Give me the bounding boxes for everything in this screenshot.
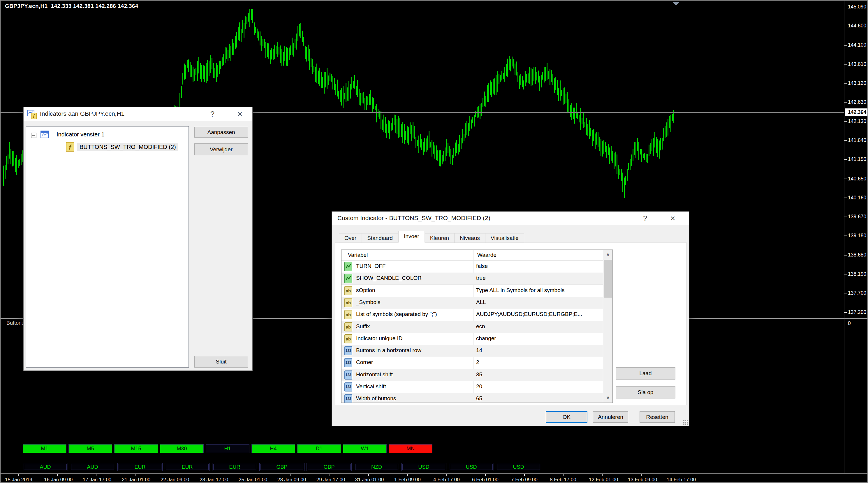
tab-visualisatie[interactable]: Visualisatie: [486, 233, 524, 243]
scroll-thumb[interactable]: [604, 260, 612, 298]
timeframe-button-mn[interactable]: MN: [389, 444, 432, 453]
tab-over[interactable]: Over: [339, 233, 362, 243]
indicators-tree-list[interactable]: Indicator venster 1 ƒ BUTTONS_SW_TRO_MOD…: [26, 126, 189, 368]
currency-button-eur-4[interactable]: EUR: [212, 463, 257, 471]
tab-invoer[interactable]: Invoer: [398, 231, 425, 243]
param-type-icon-str: ab: [344, 286, 352, 295]
timeframe-button-h1[interactable]: H1: [206, 444, 249, 453]
currency-button-eur-2[interactable]: EUR: [117, 463, 163, 471]
price-axis-label: 143.120: [848, 80, 866, 86]
price-axis-label: 140.650: [848, 176, 866, 182]
param-value[interactable]: changer: [476, 335, 496, 342]
param-row[interactable]: abIndicator unique IDchanger: [341, 333, 603, 345]
indicators-dialog-close-button[interactable]: ×: [231, 108, 249, 120]
parameters-table: Variabel Waarde TURN_OFFfalseSHOW_CANDLE…: [341, 249, 613, 403]
date-axis-label: 17 Jan 17:00: [83, 477, 111, 483]
timeframe-button-h4[interactable]: H4: [251, 444, 295, 453]
param-row[interactable]: ab_SymbolsALL: [341, 297, 603, 309]
price-axis-label: 138.190: [848, 271, 866, 277]
current-price-tag: 142.364: [845, 109, 868, 116]
edit-indicator-button[interactable]: Aanpassen: [194, 127, 248, 138]
timeframe-button-m30[interactable]: M30: [160, 444, 204, 453]
custom-dialog-help-button[interactable]: ?: [637, 212, 654, 225]
column-header-variable: Variabel: [348, 252, 368, 258]
reset-button[interactable]: Resetten: [640, 411, 675, 423]
ok-button[interactable]: OK: [546, 411, 587, 423]
indicators-dialog-titlebar[interactable]: ƒ Indicators aan GBPJPY.ecn,H1 ? ×: [24, 107, 252, 121]
param-value[interactable]: ALL: [476, 299, 486, 305]
param-row[interactable]: SHOW_CANDLE_COLORtrue: [341, 273, 603, 285]
price-axis-label: 143.610: [848, 61, 866, 67]
param-row[interactable]: 123Corner2: [341, 357, 603, 369]
date-axis-label: 28 Jan 09:00: [277, 477, 306, 483]
param-type-icon-bool: [344, 274, 352, 283]
date-axis-label: 29 Jan 17:00: [316, 477, 345, 483]
timeframe-button-m15[interactable]: M15: [114, 444, 158, 453]
param-row[interactable]: abSuffixecn: [341, 321, 603, 333]
custom-dialog-title: Custom Indicator - BUTTONS_SW_TRO_MODIFI…: [337, 215, 490, 221]
tab-standaard[interactable]: Standaard: [362, 233, 398, 243]
indicators-dialog-title: Indicators aan GBPJPY.ecn,H1: [40, 110, 124, 117]
param-value[interactable]: true: [476, 275, 486, 281]
close-dialog-button[interactable]: Sluit: [194, 356, 248, 368]
param-row[interactable]: 123Buttons in a horizontal row14: [341, 345, 603, 357]
currency-button-eur-3[interactable]: EUR: [165, 463, 210, 471]
custom-dialog-titlebar[interactable]: Custom Indicator - BUTTONS_SW_TRO_MODIFI…: [332, 212, 689, 225]
timeframe-button-m1[interactable]: M1: [23, 444, 66, 453]
delete-indicator-button[interactable]: Verwijder: [194, 143, 248, 155]
param-value[interactable]: 20: [476, 383, 482, 390]
param-row[interactable]: 123Width of buttons65: [341, 393, 603, 403]
currency-button-usd-9[interactable]: USD: [449, 463, 494, 471]
currency-button-usd-8[interactable]: USD: [401, 463, 446, 471]
param-value[interactable]: AUDJPY;AUDUSD;EURUSD;EURGBP;E...: [476, 311, 582, 318]
date-axis-label: 23 Jan 17:00: [199, 477, 228, 483]
tab-niveaus[interactable]: Niveaus: [455, 233, 486, 243]
date-axis-label: 8 Feb 17:00: [550, 477, 576, 483]
currency-button-gbp-6[interactable]: GBP: [307, 463, 352, 471]
timeframe-button-d1[interactable]: D1: [297, 444, 341, 453]
param-row[interactable]: abList of symbols (separated by ";")AUDJ…: [341, 309, 603, 321]
load-preset-button[interactable]: Laad: [616, 367, 675, 380]
currency-button-usd-10[interactable]: USD: [496, 463, 541, 471]
price-axis-label: 138.680: [848, 252, 866, 258]
param-value[interactable]: 35: [476, 371, 482, 378]
param-row[interactable]: 123Horizontal shift35: [341, 369, 603, 381]
resize-grip[interactable]: [683, 420, 688, 425]
currency-button-gbp-5[interactable]: GBP: [259, 463, 305, 471]
scroll-up-arrow[interactable]: ∧: [603, 250, 613, 260]
timeframe-button-w1[interactable]: W1: [343, 444, 386, 453]
param-name: Buttons in a horizontal row: [356, 347, 421, 354]
tab-kleuren[interactable]: Kleuren: [425, 233, 455, 243]
custom-dialog-close-button[interactable]: ×: [664, 212, 682, 225]
save-preset-button[interactable]: Sla op: [616, 386, 675, 398]
currency-button-aud-1[interactable]: AUD: [70, 463, 115, 471]
table-scrollbar[interactable]: ∧ ∨: [603, 250, 613, 402]
param-name: Vertical shift: [356, 383, 386, 390]
timeframe-button-m5[interactable]: M5: [68, 444, 112, 453]
param-value[interactable]: ecn: [476, 323, 485, 330]
price-axis-label: 137.200: [848, 309, 866, 315]
tree-connector: [34, 138, 34, 147]
param-value[interactable]: 2: [476, 359, 479, 365]
param-row[interactable]: TURN_OFFfalse: [341, 261, 603, 273]
tree-collapse-toggle[interactable]: [31, 132, 36, 138]
param-row[interactable]: 123Vertical shift20: [341, 381, 603, 393]
column-header-value: Waarde: [477, 252, 496, 258]
param-value[interactable]: 65: [476, 395, 482, 402]
param-value[interactable]: 14: [476, 347, 482, 354]
price-axis-label: 144.100: [848, 42, 866, 48]
price-axis-label: 139.180: [848, 233, 866, 239]
param-value[interactable]: false: [476, 263, 488, 269]
param-row[interactable]: absOptionType ALL in Symbols for all sym…: [341, 285, 603, 297]
cancel-button[interactable]: Annuleren: [593, 411, 628, 423]
currency-button-aud-0[interactable]: AUD: [23, 463, 68, 471]
scroll-down-arrow[interactable]: ∨: [603, 393, 613, 402]
price-axis-label: 145.090: [848, 4, 866, 10]
indicators-dialog-help-button[interactable]: ?: [204, 108, 221, 120]
currency-button-nzd-7[interactable]: NZD: [354, 463, 399, 471]
param-name: Width of buttons: [356, 395, 396, 402]
param-value[interactable]: Type ALL in Symbols for all symbols: [476, 287, 564, 294]
param-name: sOption: [356, 287, 375, 294]
price-axis-label: 141.150: [848, 156, 866, 162]
param-name: Indicator unique ID: [356, 335, 403, 342]
